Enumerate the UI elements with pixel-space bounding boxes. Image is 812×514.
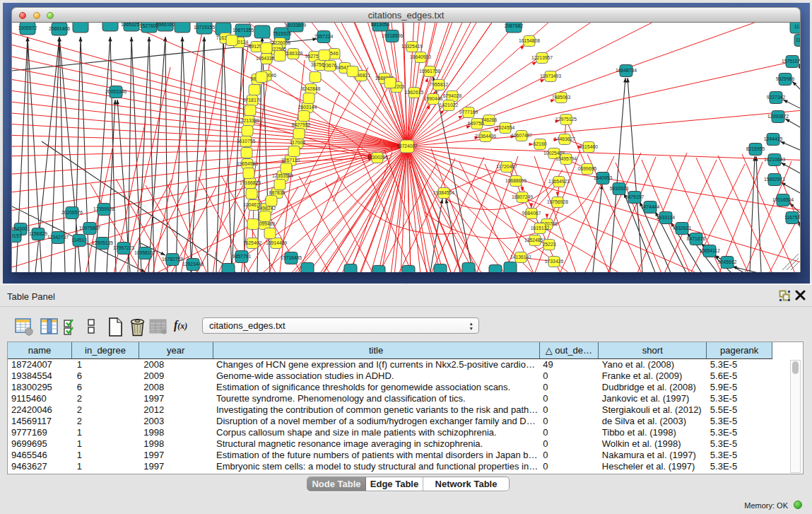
svg-text:10975887: 10975887 [79,226,100,230]
svg-text:8242848: 8242848 [302,86,321,91]
svg-text:20053346: 20053346 [105,89,126,94]
svg-text:1421022: 1421022 [440,103,459,107]
svg-text:5933923: 5933923 [610,186,629,191]
svg-text:1024554: 1024554 [496,125,515,130]
svg-text:1615132: 1615132 [531,226,550,230]
svg-text:12923448: 12923448 [182,262,204,267]
svg-text:1610755: 1610755 [237,139,256,144]
svg-text:7632621: 7632621 [673,226,692,230]
svg-text:746266: 746266 [481,117,498,122]
svg-text:2087682: 2087682 [505,23,524,28]
svg-text:12975125: 12975125 [555,117,577,122]
svg-text:6966160: 6966160 [156,23,175,27]
svg-text:2603144: 2603144 [298,105,317,110]
svg-text:19166825: 19166825 [240,180,261,185]
svg-text:5498242: 5498242 [257,206,276,211]
svg-text:9857791: 9857791 [233,254,252,259]
svg-text:10719155: 10719155 [194,25,215,30]
svg-text:7485063: 7485063 [552,95,571,100]
svg-text:12505135: 12505135 [92,240,113,245]
svg-text:13325419: 13325419 [401,44,423,49]
svg-text:62160: 62160 [534,141,547,146]
svg-text:16033809: 16033809 [285,23,306,28]
svg-text:20206576: 20206576 [61,210,83,215]
svg-text:15716485: 15716485 [281,255,302,260]
svg-text:21364436: 21364436 [475,134,496,139]
svg-text:16961758: 16961758 [419,69,440,74]
svg-text:14463627: 14463627 [554,136,575,141]
svg-text:10607487: 10607487 [511,133,532,138]
svg-text:2718170: 2718170 [243,98,262,103]
svg-text:1156829: 1156829 [29,231,47,236]
svg-text:111: 111 [794,24,801,29]
svg-text:25223: 25223 [543,242,556,247]
svg-text:6794028: 6794028 [443,93,462,98]
svg-text:1005572: 1005572 [18,25,37,30]
svg-text:15751074: 15751074 [782,59,801,64]
svg-text:12353584: 12353584 [272,173,293,178]
svg-text:15692971: 15692971 [764,177,785,182]
svg-text:8215955: 8215955 [746,146,765,151]
svg-text:10654112: 10654112 [699,248,720,253]
svg-text:114513: 114513 [71,238,87,243]
svg-text:17359928: 17359928 [93,206,114,211]
svg-text:17016504: 17016504 [772,197,794,202]
svg-text:2933114: 2933114 [657,215,675,220]
svg-text:10653257: 10653257 [121,23,142,27]
svg-text:13654923: 13654923 [548,179,570,184]
svg-text:16154808: 16154808 [519,38,540,43]
svg-text:10958107: 10958107 [134,250,155,255]
svg-text:19218506: 19218506 [382,33,403,38]
svg-text:20691406: 20691406 [49,26,70,31]
svg-text:16914439: 16914439 [266,240,287,245]
svg-text:8186328: 8186328 [284,51,303,56]
svg-text:9777169: 9777169 [459,110,478,115]
svg-text:117004: 117004 [290,140,305,145]
svg-text:18300295: 18300295 [367,155,388,160]
svg-text:10973493: 10973493 [540,74,561,78]
svg-text:546: 546 [330,51,339,56]
svg-text:8427552: 8427552 [292,122,311,127]
svg-text:16210643: 16210643 [764,157,785,162]
svg-text:12213389: 12213389 [238,118,259,123]
svg-text:9115460: 9115460 [579,144,598,149]
svg-text:7955812: 7955812 [430,82,449,87]
svg-text:18640910: 18640910 [410,54,431,59]
svg-text:1244415: 1244415 [764,136,783,141]
svg-text:14136141: 14136141 [510,255,531,259]
svg-text:7625402: 7625402 [243,240,262,245]
svg-text:39157: 39157 [12,233,22,238]
svg-text:10671355: 10671355 [233,28,254,33]
svg-text:16648784: 16648784 [616,68,637,73]
svg-text:3267110: 3267110 [281,158,300,163]
svg-text:9227342: 9227342 [767,95,786,100]
svg-text:12093872: 12093872 [767,114,789,119]
svg-text:8471676: 8471676 [687,236,706,241]
svg-text:19384554: 19384554 [433,190,454,195]
svg-text:9084067: 9084067 [522,211,541,216]
svg-text:19756928: 19756928 [547,199,568,204]
svg-text:17957223: 17957223 [113,245,134,250]
svg-text:6479197: 6479197 [625,194,645,199]
svg-text:19654983: 19654983 [237,161,258,166]
svg-text:1733426: 1733426 [545,259,564,264]
svg-text:12213957: 12213957 [531,55,553,60]
svg-text:18724007: 18724007 [396,144,418,148]
svg-text:11720407: 11720407 [496,164,517,169]
svg-text:116753: 116753 [784,215,800,220]
svg-text:1990448: 1990448 [424,96,443,101]
svg-text:9474444: 9474444 [641,204,660,209]
svg-text:8813054: 8813054 [371,23,390,27]
svg-text:13495794: 13495794 [555,156,577,161]
svg-text:10688609: 10688609 [505,178,526,183]
svg-text:16782759: 16782759 [162,257,183,262]
svg-text:12342737: 12342737 [47,235,69,240]
svg-text:887833: 887833 [269,190,286,195]
svg-text:1640953: 1640953 [594,175,613,180]
svg-text:0699695: 0699695 [578,166,597,171]
svg-text:9329966: 9329966 [776,76,795,81]
svg-text:7357224: 7357224 [314,34,334,39]
svg-text:18807249: 18807249 [512,194,533,199]
svg-text:9245612: 9245612 [718,259,737,264]
svg-text:1112: 1112 [796,37,801,42]
